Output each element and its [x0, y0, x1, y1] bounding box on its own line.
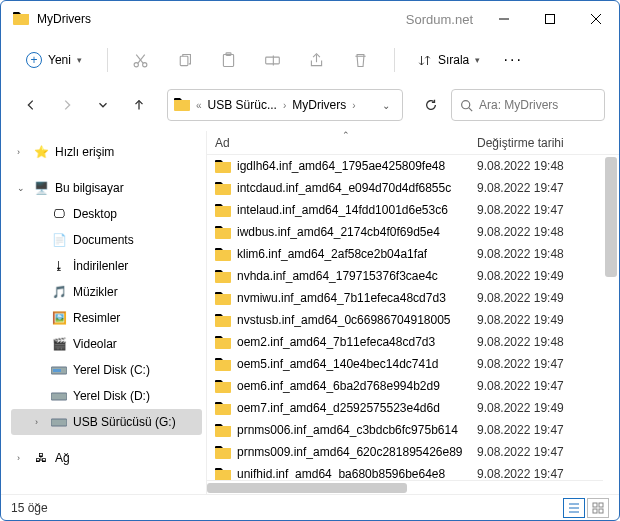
share-button[interactable]	[298, 42, 336, 78]
file-name: klim6.inf_amd64_2af58ce2b04a1faf	[237, 247, 427, 261]
svg-point-4	[135, 62, 139, 66]
pc-icon: 🖥️	[33, 180, 49, 196]
svg-point-5	[143, 62, 147, 66]
file-name: intcdaud.inf_amd64_e094d70d4df6855c	[237, 181, 451, 195]
chevron-right-icon: ›	[281, 100, 288, 111]
svg-rect-17	[51, 393, 67, 400]
sort-indicator: ⌃	[215, 131, 477, 140]
svg-rect-1	[546, 15, 555, 24]
back-button[interactable]	[15, 89, 47, 121]
file-name: oem7.inf_amd64_d2592575523e4d6d	[237, 401, 440, 415]
tree-documents[interactable]: ›📄Documents	[11, 227, 202, 253]
address-dropdown[interactable]: ⌄	[376, 100, 396, 111]
file-date: 9.08.2022 19:47	[477, 467, 564, 481]
table-row[interactable]: nvmiwu.inf_amd64_7b11efeca48cd7d39.08.20…	[207, 287, 619, 309]
close-button[interactable]	[573, 1, 619, 37]
tree-network[interactable]: ›🖧Ağ	[11, 445, 202, 471]
sort-button[interactable]: Sırala ▾	[409, 48, 488, 73]
watermark: Sordum.net	[91, 12, 481, 27]
more-icon: ···	[496, 46, 531, 74]
file-date: 9.08.2022 19:47	[477, 357, 564, 371]
svg-rect-24	[593, 509, 597, 513]
recent-button[interactable]	[87, 89, 119, 121]
svg-rect-8	[181, 56, 189, 65]
col-date[interactable]: Değiştirme tarihi	[477, 136, 564, 150]
svg-rect-16	[53, 369, 61, 372]
file-date: 9.08.2022 19:47	[477, 181, 564, 195]
tree-pictures[interactable]: ›🖼️Resimler	[11, 305, 202, 331]
table-row[interactable]: oem2.inf_amd64_7b11efeca48cd7d39.08.2022…	[207, 331, 619, 353]
svg-line-14	[469, 107, 472, 110]
refresh-button[interactable]	[415, 89, 447, 121]
app-icon	[13, 11, 29, 27]
tree-disk-c[interactable]: ›Yerel Disk (C:)	[11, 357, 202, 383]
tree-this-pc[interactable]: ⌄🖥️Bu bilgisayar	[11, 175, 202, 201]
file-date: 9.08.2022 19:49	[477, 313, 564, 327]
music-icon: 🎵	[51, 284, 67, 300]
item-count: 15 öğe	[11, 501, 48, 515]
nav-row: « USB Sürüc... › MyDrivers › ⌄ Ara: MyDr…	[1, 83, 619, 127]
statusbar: 15 öğe	[1, 494, 619, 520]
table-row[interactable]: intelaud.inf_amd64_14fdd1001d6e53c69.08.…	[207, 199, 619, 221]
file-name: nvhda.inf_amd64_179715376f3cae4c	[237, 269, 438, 283]
rename-button[interactable]	[254, 42, 292, 78]
drive-icon	[51, 362, 67, 378]
drive-icon	[51, 388, 67, 404]
folder-icon	[174, 97, 190, 114]
table-row[interactable]: iwdbus.inf_amd64_2174cb4f0f69d5e49.08.20…	[207, 221, 619, 243]
svg-rect-9	[224, 54, 234, 66]
file-name: unifhid.inf_amd64_ba680b8596be64e8	[237, 467, 445, 481]
view-icons-button[interactable]	[587, 498, 609, 518]
copy-button[interactable]	[166, 42, 204, 78]
tree-quick-access[interactable]: ›⭐Hızlı erişim	[11, 139, 202, 165]
minimize-button[interactable]	[481, 1, 527, 37]
file-name: oem2.inf_amd64_7b11efeca48cd7d3	[237, 335, 435, 349]
scrollbar-thumb[interactable]	[605, 157, 617, 277]
tree-disk-d[interactable]: ›Yerel Disk (D:)	[11, 383, 202, 409]
table-row[interactable]: oem6.inf_amd64_6ba2d768e994b2d99.08.2022…	[207, 375, 619, 397]
forward-button[interactable]	[51, 89, 83, 121]
maximize-button[interactable]	[527, 1, 573, 37]
tree-videos[interactable]: ›🎬Videolar	[11, 331, 202, 357]
tree-desktop[interactable]: ›🖵Desktop	[11, 201, 202, 227]
file-date: 9.08.2022 19:48	[477, 335, 564, 349]
table-row[interactable]: nvstusb.inf_amd64_0c669867049180059.08.2…	[207, 309, 619, 331]
crumb-usb[interactable]: USB Sürüc...	[208, 98, 277, 112]
cut-button[interactable]	[122, 42, 160, 78]
address-bar[interactable]: « USB Sürüc... › MyDrivers › ⌄	[167, 89, 403, 121]
h-scrollbar[interactable]	[207, 480, 603, 494]
delete-button[interactable]	[342, 42, 380, 78]
paste-button[interactable]	[210, 42, 248, 78]
tree-downloads[interactable]: ›⭳İndirilenler	[11, 253, 202, 279]
table-row[interactable]: intcdaud.inf_amd64_e094d70d4df6855c9.08.…	[207, 177, 619, 199]
search-placeholder: Ara: MyDrivers	[479, 98, 558, 112]
file-date: 9.08.2022 19:49	[477, 401, 564, 415]
crumb-sep: «	[194, 100, 204, 111]
table-row[interactable]: prnms009.inf_amd64_620c281895426e899.08.…	[207, 441, 619, 463]
tree-music[interactable]: ›🎵Müzikler	[11, 279, 202, 305]
table-row[interactable]: nvhda.inf_amd64_179715376f3cae4c9.08.202…	[207, 265, 619, 287]
main-area: ›⭐Hızlı erişim ⌄🖥️Bu bilgisayar ›🖵Deskto…	[1, 131, 619, 494]
file-date: 9.08.2022 19:49	[477, 269, 564, 283]
view-button[interactable]: ···	[494, 42, 532, 78]
tree-usb-g[interactable]: ›USB Sürücüsü (G:)	[11, 409, 202, 435]
file-name: intelaud.inf_amd64_14fdd1001d6e53c6	[237, 203, 448, 217]
table-row[interactable]: klim6.inf_amd64_2af58ce2b04a1faf9.08.202…	[207, 243, 619, 265]
file-name: nvstusb.inf_amd64_0c66986704918005	[237, 313, 451, 327]
crumb-mydrivers[interactable]: MyDrivers	[292, 98, 346, 112]
table-row[interactable]: igdlh64.inf_amd64_1795ae425809fe489.08.2…	[207, 155, 619, 177]
table-row[interactable]: oem5.inf_amd64_140e4bec14dc741d9.08.2022…	[207, 353, 619, 375]
divider	[107, 48, 108, 72]
file-date: 9.08.2022 19:47	[477, 445, 564, 459]
picture-icon: 🖼️	[51, 310, 67, 326]
new-button[interactable]: + Yeni ▾	[15, 46, 93, 74]
file-name: iwdbus.inf_amd64_2174cb4f0f69d5e4	[237, 225, 440, 239]
up-button[interactable]	[123, 89, 155, 121]
file-date: 9.08.2022 19:49	[477, 291, 564, 305]
table-row[interactable]: prnms006.inf_amd64_c3bdcb6fc975b6149.08.…	[207, 419, 619, 441]
file-name: prnms009.inf_amd64_620c281895426e89	[237, 445, 463, 459]
search-input[interactable]: Ara: MyDrivers	[451, 89, 605, 121]
table-row[interactable]: oem7.inf_amd64_d2592575523e4d6d9.08.2022…	[207, 397, 619, 419]
view-details-button[interactable]	[563, 498, 585, 518]
svg-rect-22	[593, 503, 597, 507]
